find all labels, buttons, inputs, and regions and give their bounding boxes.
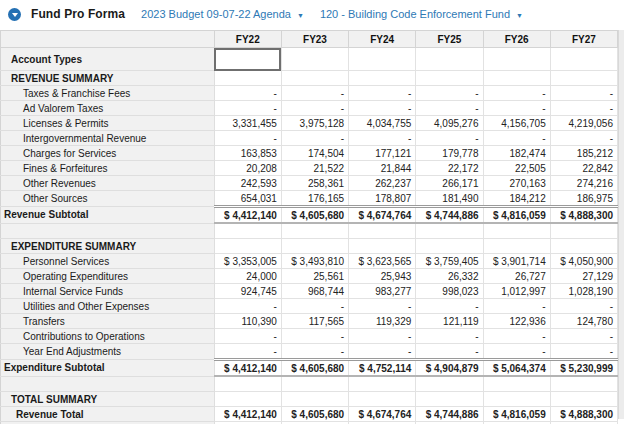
cell-fy22[interactable]: $ 4,412,140 bbox=[214, 360, 281, 377]
cell-fy22[interactable]: 110,390 bbox=[214, 314, 281, 329]
cell-fy26[interactable] bbox=[483, 392, 550, 407]
cell-fy22[interactable]: - bbox=[214, 329, 281, 344]
cell-fy25[interactable] bbox=[416, 376, 483, 392]
cell-fy23[interactable]: 968,744 bbox=[281, 284, 348, 299]
cell-fy27[interactable]: 186,975 bbox=[550, 191, 617, 207]
cell-fy22[interactable]: 24,000 bbox=[214, 269, 281, 284]
cell-fy27[interactable]: $ 4,050,900 bbox=[550, 254, 617, 269]
cell-fy24[interactable]: 983,277 bbox=[349, 284, 416, 299]
cell-fy22[interactable]: $ 4,412,140 bbox=[214, 207, 281, 224]
cell-fy27[interactable]: - bbox=[550, 101, 617, 116]
cell-fy27[interactable]: $ 4,888,300 bbox=[550, 207, 617, 224]
cell-fy23[interactable]: 176,165 bbox=[281, 191, 348, 207]
column-header-fy27[interactable]: FY27 bbox=[550, 31, 617, 48]
cell-fy23[interactable]: - bbox=[281, 344, 348, 360]
cell-fy24[interactable]: 4,034,755 bbox=[349, 116, 416, 131]
cell-fy22[interactable]: $ 4,412,140 bbox=[214, 407, 281, 422]
cell-fy24[interactable]: 177,121 bbox=[349, 146, 416, 161]
cell-fy27[interactable]: $ 4,888,300 bbox=[550, 407, 617, 422]
cell-fy23[interactable]: 174,504 bbox=[281, 146, 348, 161]
circle-chevron-down-icon[interactable] bbox=[8, 8, 21, 21]
cell-fy27[interactable]: 1,028,190 bbox=[550, 284, 617, 299]
cell-fy25[interactable]: 26,332 bbox=[416, 269, 483, 284]
cell-fy24[interactable]: 178,807 bbox=[349, 191, 416, 207]
cell-fy23[interactable]: 21,522 bbox=[281, 161, 348, 176]
cell-fy23[interactable]: 117,565 bbox=[281, 314, 348, 329]
cell-fy23[interactable]: - bbox=[281, 299, 348, 314]
cell-fy23[interactable] bbox=[281, 223, 348, 239]
cell-fy24[interactable] bbox=[349, 223, 416, 239]
cell-fy22[interactable] bbox=[214, 239, 281, 254]
cell-fy25[interactable] bbox=[416, 48, 483, 71]
cell-fy24[interactable]: - bbox=[349, 344, 416, 360]
cell-fy22[interactable]: 924,745 bbox=[214, 284, 281, 299]
cell-fy23[interactable]: - bbox=[281, 329, 348, 344]
column-header-fy22[interactable]: FY22 bbox=[214, 31, 281, 48]
vertical-scrollbar[interactable] bbox=[618, 30, 624, 419]
cell-fy26[interactable]: - bbox=[483, 131, 550, 146]
cell-fy24[interactable]: - bbox=[349, 299, 416, 314]
cell-fy25[interactable]: - bbox=[416, 344, 483, 360]
cell-fy26[interactable]: - bbox=[483, 344, 550, 360]
cell-fy25[interactable]: 121,119 bbox=[416, 314, 483, 329]
cell-fy27[interactable]: - bbox=[550, 86, 617, 101]
cell-fy27[interactable]: - bbox=[550, 131, 617, 146]
cell-fy25[interactable]: 181,490 bbox=[416, 191, 483, 207]
cell-fy23[interactable]: - bbox=[281, 101, 348, 116]
cell-fy27[interactable]: 124,780 bbox=[550, 314, 617, 329]
column-header-fy23[interactable]: FY23 bbox=[281, 31, 348, 48]
cell-fy27[interactable]: 185,212 bbox=[550, 146, 617, 161]
cell-fy24[interactable] bbox=[349, 239, 416, 254]
cell-fy27[interactable]: 27,129 bbox=[550, 269, 617, 284]
cell-fy22[interactable] bbox=[214, 392, 281, 407]
cell-fy24[interactable]: 119,329 bbox=[349, 314, 416, 329]
column-header-fy24[interactable]: FY24 bbox=[349, 31, 416, 48]
cell-fy26[interactable]: 26,727 bbox=[483, 269, 550, 284]
cell-fy22[interactable]: - bbox=[214, 131, 281, 146]
cell-fy26[interactable]: 1,012,997 bbox=[483, 284, 550, 299]
cell-fy25[interactable]: - bbox=[416, 131, 483, 146]
cell-fy26[interactable]: $ 5,064,374 bbox=[483, 360, 550, 377]
cell-fy27[interactable]: - bbox=[550, 299, 617, 314]
cell-fy23[interactable] bbox=[281, 392, 348, 407]
cell-fy27[interactable] bbox=[550, 223, 617, 239]
cell-fy22[interactable]: - bbox=[214, 101, 281, 116]
cell-fy27[interactable]: 22,842 bbox=[550, 161, 617, 176]
cell-fy22[interactable]: 20,208 bbox=[214, 161, 281, 176]
cell-fy26[interactable]: 4,156,705 bbox=[483, 116, 550, 131]
cell-fy24[interactable]: - bbox=[349, 329, 416, 344]
cell-fy26[interactable]: - bbox=[483, 299, 550, 314]
cell-fy26[interactable] bbox=[483, 48, 550, 71]
cell-fy25[interactable]: - bbox=[416, 299, 483, 314]
cell-fy25[interactable]: $ 4,744,886 bbox=[416, 207, 483, 224]
cell-fy24[interactable] bbox=[349, 376, 416, 392]
cell-fy25[interactable]: 22,172 bbox=[416, 161, 483, 176]
cell-fy26[interactable] bbox=[483, 71, 550, 86]
cell-fy24[interactable]: $ 4,674,764 bbox=[349, 207, 416, 224]
cell-fy24[interactable]: 262,237 bbox=[349, 176, 416, 191]
selected-cell[interactable] bbox=[214, 48, 281, 71]
cell-fy25[interactable] bbox=[416, 71, 483, 86]
cell-fy25[interactable] bbox=[416, 239, 483, 254]
cell-fy26[interactable]: 270,163 bbox=[483, 176, 550, 191]
cell-fy25[interactable]: - bbox=[416, 86, 483, 101]
cell-fy25[interactable] bbox=[416, 223, 483, 239]
cell-fy25[interactable]: 266,171 bbox=[416, 176, 483, 191]
cell-fy26[interactable]: - bbox=[483, 329, 550, 344]
cell-fy23[interactable]: 25,561 bbox=[281, 269, 348, 284]
cell-fy26[interactable]: 182,474 bbox=[483, 146, 550, 161]
cell-fy24[interactable]: - bbox=[349, 86, 416, 101]
cell-fy26[interactable]: $ 4,816,059 bbox=[483, 407, 550, 422]
cell-fy24[interactable]: 25,943 bbox=[349, 269, 416, 284]
cell-fy24[interactable] bbox=[349, 48, 416, 71]
cell-fy23[interactable]: - bbox=[281, 131, 348, 146]
cell-fy23[interactable]: $ 4,605,680 bbox=[281, 407, 348, 422]
column-header-fy25[interactable]: FY25 bbox=[416, 31, 483, 48]
cell-fy24[interactable]: $ 4,752,114 bbox=[349, 360, 416, 377]
cell-fy27[interactable]: $ 5,230,999 bbox=[550, 360, 617, 377]
cell-fy22[interactable] bbox=[214, 71, 281, 86]
cell-fy25[interactable]: $ 4,744,886 bbox=[416, 407, 483, 422]
fund-dropdown[interactable]: 120 - Building Code Enforcement Fund ▼ bbox=[320, 8, 523, 20]
cell-fy27[interactable] bbox=[550, 392, 617, 407]
cell-fy27[interactable] bbox=[550, 48, 617, 71]
